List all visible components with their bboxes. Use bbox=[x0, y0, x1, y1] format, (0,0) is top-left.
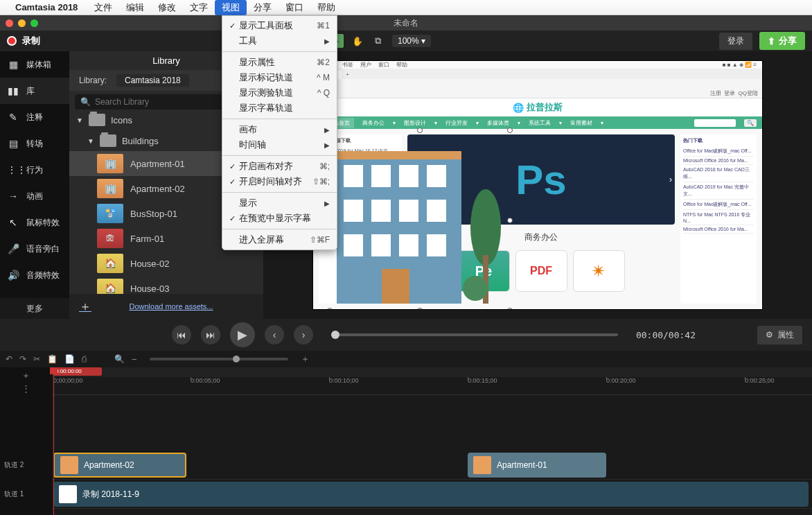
track-row-2[interactable]: Apartment-02 Apartment-01 bbox=[52, 451, 812, 480]
tab-library[interactable]: ▮▮库 bbox=[0, 78, 69, 104]
menu-item[interactable]: 工具▶ bbox=[222, 33, 337, 49]
menu-view[interactable]: 视图 bbox=[215, 0, 247, 15]
track-row-1[interactable]: 录制 2018-11-9 bbox=[52, 480, 812, 509]
tab-voice-narration[interactable]: 🎤语音旁白 bbox=[0, 236, 69, 262]
canvas-area[interactable]: 签记录书签用户窗口帮助 ■ ■ ▲ ◈ 📶 ≡ 页 ✕+ e.com 注册 登录… bbox=[263, 51, 812, 319]
clip-thumb bbox=[473, 456, 491, 474]
play-button[interactable]: ▶ bbox=[230, 322, 255, 347]
asset-thumb: 🚏 bbox=[97, 204, 123, 223]
tab-more[interactable]: 更多 bbox=[0, 298, 69, 319]
timeline-playhead[interactable] bbox=[53, 367, 54, 515]
tab-animations[interactable]: →动画 bbox=[0, 183, 69, 209]
speaker-icon: 🔊 bbox=[7, 270, 19, 281]
add-asset-button[interactable]: ＋ bbox=[73, 298, 97, 315]
zoom-out-icon[interactable]: 🔍 bbox=[114, 354, 125, 364]
svg-rect-13 bbox=[427, 234, 446, 256]
playhead-icon[interactable] bbox=[331, 331, 339, 339]
library-item[interactable]: 🏠House-02 bbox=[69, 251, 263, 276]
zoom-minus-button[interactable]: − bbox=[132, 354, 137, 365]
menu-item[interactable]: ✓显示工具面板⌘1 bbox=[222, 18, 337, 33]
menu-item[interactable]: 显示属性⌘2 bbox=[222, 55, 337, 70]
tab-cursor-effects[interactable]: ↖鼠标特效 bbox=[0, 209, 69, 236]
crop-tool-icon[interactable]: ⧉ bbox=[371, 34, 385, 48]
svg-rect-8 bbox=[399, 200, 418, 222]
download-assets-link[interactable]: Download more assets... bbox=[97, 302, 245, 311]
track-1-label: 轨道 1 bbox=[4, 489, 48, 499]
menu-item[interactable]: 显示标记轨道^ M bbox=[222, 70, 337, 85]
app-name[interactable]: Camtasia 2018 bbox=[15, 2, 78, 12]
asset-thumb: 🏢 bbox=[97, 179, 123, 198]
step-forward-button[interactable]: ⏭ bbox=[201, 325, 220, 344]
window-maximize-button[interactable] bbox=[30, 19, 38, 27]
menu-item[interactable]: ✓开启时间轴对齐⇧⌘; bbox=[222, 174, 337, 189]
cut-button[interactable]: ✂ bbox=[33, 354, 40, 364]
canvas-selected-asset[interactable] bbox=[330, 130, 510, 310]
timeline-zoom-slider[interactable] bbox=[150, 358, 288, 360]
svg-rect-7 bbox=[371, 200, 391, 222]
in-out-marker[interactable]: 0:00:00:00 bbox=[53, 367, 102, 376]
library-item[interactable]: 🏠House-03 bbox=[69, 276, 263, 294]
upload-icon: ⬆ bbox=[768, 36, 775, 46]
cursor-icon: ↖ bbox=[7, 217, 19, 228]
record-button[interactable]: 录制 bbox=[7, 35, 40, 47]
window-close-button[interactable] bbox=[6, 19, 13, 27]
step-back-button[interactable]: ⏮ bbox=[172, 325, 191, 344]
svg-rect-9 bbox=[427, 200, 446, 222]
timeline-clip[interactable]: 录制 2018-11-9 bbox=[53, 482, 809, 507]
timeline-ruler[interactable]: 0:00:00:00 0;00;00;00 0:00:05;00 0:00:10… bbox=[52, 367, 812, 395]
menu-modify[interactable]: 修改 bbox=[151, 0, 183, 15]
menu-share[interactable]: 分享 bbox=[247, 0, 279, 15]
menu-edit[interactable]: 编辑 bbox=[119, 0, 151, 15]
tab-transitions[interactable]: ▤转场 bbox=[0, 130, 69, 157]
timeline-toolbar: ↶ ↷ ✂ 📋 📄 ⎙ 🔍 − ＋ bbox=[0, 351, 812, 367]
split-button[interactable]: ⎙ bbox=[82, 354, 87, 364]
menu-item[interactable]: 显示测验轨道^ Q bbox=[222, 85, 337, 101]
transitions-icon: ▤ bbox=[7, 138, 19, 149]
behaviors-icon: ⋮⋮ bbox=[7, 164, 19, 175]
menu-item[interactable]: 显示▶ bbox=[222, 195, 337, 211]
undo-button[interactable]: ↶ bbox=[6, 354, 12, 364]
canvas-zoom-select[interactable]: 100% ▾ bbox=[392, 35, 431, 47]
svg-point-17 bbox=[463, 276, 488, 301]
menu-item[interactable]: 时间轴▶ bbox=[222, 137, 337, 152]
hand-tool-icon[interactable]: ✋ bbox=[351, 34, 364, 48]
properties-button[interactable]: ⚙属性 bbox=[757, 326, 802, 344]
menu-item[interactable]: 画布▶ bbox=[222, 122, 337, 137]
menu-text[interactable]: 文字 bbox=[183, 0, 215, 15]
svg-point-15 bbox=[470, 189, 501, 265]
add-track-button[interactable]: ＋ bbox=[21, 369, 30, 382]
tab-media-bin[interactable]: ▦媒体箱 bbox=[0, 51, 69, 78]
zoom-plus-button[interactable]: ＋ bbox=[301, 353, 310, 365]
paste-button[interactable]: 📄 bbox=[64, 354, 75, 364]
share-button[interactable]: ⬆分享 bbox=[759, 32, 805, 50]
menu-window[interactable]: 窗口 bbox=[279, 0, 310, 15]
view-menu-dropdown: ✓显示工具面板⌘1工具▶显示属性⌘2显示标记轨道^ M显示测验轨道^ Q显示字幕… bbox=[222, 15, 337, 250]
prev-marker-button[interactable]: ‹ bbox=[265, 325, 284, 344]
player-scrubber[interactable] bbox=[331, 333, 618, 336]
tab-behaviors[interactable]: ⋮⋮行为 bbox=[0, 157, 69, 183]
tab-annotations[interactable]: ✎注释 bbox=[0, 104, 69, 130]
asset-thumb: 🏚 bbox=[97, 229, 123, 248]
track-options-icon[interactable]: ⋮ bbox=[21, 383, 30, 394]
svg-rect-3 bbox=[371, 165, 391, 187]
tab-audio-effects[interactable]: 🔊音频特效 bbox=[0, 262, 69, 288]
menu-item[interactable]: ✓开启画布对齐⌘; bbox=[222, 159, 337, 174]
mac-menubar: Camtasia 2018 文件 编辑 修改 文字 视图 分享 窗口 帮助 bbox=[0, 0, 812, 15]
svg-rect-6 bbox=[344, 200, 363, 222]
redo-button[interactable]: ↷ bbox=[19, 354, 26, 364]
menu-file[interactable]: 文件 bbox=[87, 0, 119, 15]
next-marker-button[interactable]: › bbox=[294, 325, 313, 344]
asset-thumb: 🏢 bbox=[97, 154, 123, 173]
menu-item[interactable]: 进入全屏幕⇧⌘F bbox=[222, 232, 337, 247]
login-button[interactable]: 登录 bbox=[719, 33, 752, 50]
menu-help[interactable]: 帮助 bbox=[310, 0, 342, 15]
timeline-clip[interactable]: Apartment-02 bbox=[53, 453, 186, 478]
copy-button[interactable]: 📋 bbox=[47, 354, 58, 364]
library-icon: ▮▮ bbox=[7, 85, 19, 96]
library-select[interactable]: Camtasia 2018 bbox=[116, 74, 189, 87]
timeline-clip[interactable]: Apartment-01 bbox=[468, 453, 606, 478]
window-minimize-button[interactable] bbox=[18, 19, 26, 27]
menu-item[interactable]: ✓在预览中显示字幕 bbox=[222, 211, 337, 226]
menu-item[interactable]: 显示字幕轨道 bbox=[222, 101, 337, 116]
canvas-frame[interactable]: 签记录书签用户窗口帮助 ■ ■ ▲ ◈ 📶 ≡ 页 ✕+ e.com 注册 登录… bbox=[312, 60, 763, 310]
